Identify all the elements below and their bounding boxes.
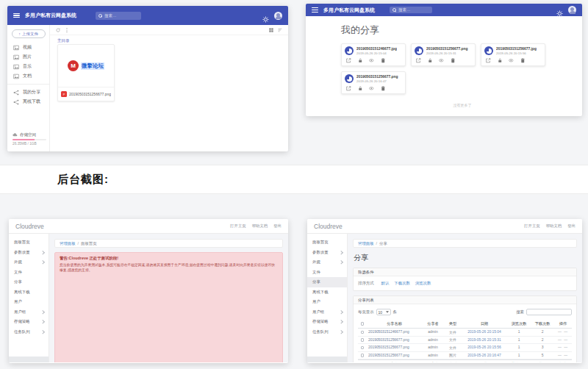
lock-icon[interactable] — [358, 58, 363, 63]
admin-sidebar-item[interactable]: 文件 — [9, 268, 49, 278]
eye-icon[interactable] — [509, 58, 514, 63]
sidebar-item-feature[interactable]: 离线下载 — [7, 97, 49, 107]
column-header[interactable]: 浏览次数 — [507, 321, 531, 326]
admin-sidebar-item[interactable]: 任务队列 — [9, 327, 49, 337]
table-row[interactable]: 20190503151256677.png admin 文件 2019-05-2… — [358, 344, 572, 352]
share-date: 2019-05-26 20:15:56 — [496, 51, 537, 55]
admin-sidebar-item[interactable]: 用户组 — [307, 307, 347, 318]
share-card[interactable]: 20190503151246677.jpg 2019-05-26 20:15:0… — [341, 43, 406, 66]
delete-icon[interactable] — [520, 58, 526, 63]
settings-gear-icon[interactable] — [556, 7, 563, 13]
more-vert-icon[interactable] — [65, 28, 69, 32]
cell-share-name[interactable]: 20190503151256677.png — [367, 345, 422, 349]
sort-icon[interactable] — [278, 28, 282, 32]
row-checkbox[interactable] — [361, 346, 365, 350]
open-link-icon[interactable] — [416, 58, 421, 63]
grid-view-icon[interactable] — [269, 28, 273, 32]
admin-sidebar-item[interactable]: 任务队列 — [307, 327, 347, 337]
admin-sidebar-item[interactable]: 参数设置 — [9, 248, 49, 258]
cell-share-name[interactable]: 20190503151256677.png — [367, 338, 422, 342]
cell-actions[interactable]: — — — [554, 345, 572, 349]
delete-icon[interactable] — [451, 58, 456, 63]
file-card[interactable]: M 微擎论坛 P 20190503151256677.png — [57, 44, 115, 101]
per-page-select[interactable]: 10 — [376, 309, 391, 315]
cell-actions[interactable]: — — — [554, 330, 572, 334]
column-header[interactable]: 下载次数 — [531, 321, 554, 326]
sidebar-item-category[interactable]: 音乐 — [7, 62, 49, 71]
share-card[interactable]: 20190503151256677.png 2019-05-26 20:15:3… — [411, 43, 476, 66]
avatar[interactable] — [568, 6, 576, 14]
admin-sidebar-item[interactable]: 外观 — [307, 257, 347, 268]
admin-sidebar-item[interactable]: 用户组 — [9, 307, 49, 318]
sidebar-item-category[interactable]: 文档 — [7, 71, 49, 81]
eye-icon[interactable] — [439, 58, 444, 63]
upload-button[interactable]: ↑ 上传文件 — [12, 29, 46, 38]
column-header[interactable]: 分享者 — [422, 321, 444, 326]
topnav-link[interactable]: 帮助文档 — [252, 223, 268, 229]
hamburger-icon[interactable] — [13, 13, 20, 18]
sidebar-item-category[interactable]: 图片 — [7, 52, 49, 62]
admin-sidebar-item[interactable]: 分享 — [9, 277, 49, 287]
admin-sidebar-item[interactable]: 面板首页 — [9, 237, 49, 248]
row-checkbox[interactable] — [361, 331, 365, 334]
topnav-link[interactable]: 登出 — [273, 223, 282, 229]
row-checkbox[interactable] — [361, 354, 365, 357]
admin-sidebar-item[interactable]: 外观 — [9, 257, 49, 268]
cell-share-name[interactable]: 20190503151256677.png — [367, 354, 422, 357]
settings-gear-icon[interactable] — [262, 12, 269, 19]
eye-icon[interactable] — [369, 86, 374, 91]
open-link-icon[interactable] — [486, 58, 491, 63]
share-card[interactable]: 20190503151256677.png 2019-05-26 20:16:4… — [341, 71, 406, 94]
row-checkbox[interactable] — [361, 338, 365, 342]
column-header[interactable]: 操作 — [554, 321, 572, 326]
admin-sidebar-item[interactable]: 用户 — [307, 297, 347, 307]
sort-option-link[interactable]: 下载次数 — [394, 281, 410, 286]
topnav-link[interactable]: 打开主页 — [230, 223, 246, 229]
breadcrumb-root[interactable]: 管理面板 — [358, 241, 374, 246]
refresh-icon[interactable] — [56, 28, 60, 32]
topnav-link[interactable]: 帮助文档 — [546, 223, 562, 229]
lock-icon[interactable] — [428, 58, 433, 63]
admin-sidebar-item[interactable]: 离线下载 — [307, 287, 347, 298]
admin-sidebar-item[interactable]: 参数设置 — [307, 248, 347, 258]
topnav-link[interactable]: 打开主页 — [524, 223, 540, 229]
open-link-icon[interactable] — [346, 86, 351, 91]
cell-share-name[interactable]: 20190503151246677.png — [367, 330, 422, 334]
delete-icon[interactable] — [381, 58, 386, 63]
sort-option-link[interactable]: 浏览次数 — [415, 281, 431, 286]
cell-actions[interactable]: — — — [554, 338, 572, 342]
delete-icon[interactable] — [381, 86, 386, 91]
column-header[interactable]: 类型 — [444, 321, 462, 326]
select-all-checkbox[interactable] — [361, 322, 365, 326]
avatar[interactable] — [274, 12, 282, 20]
search-input[interactable]: 搜索… — [96, 12, 141, 20]
eye-icon[interactable] — [369, 58, 374, 63]
topnav-link[interactable]: 登出 — [567, 223, 576, 229]
hamburger-icon[interactable] — [312, 7, 318, 12]
open-link-icon[interactable] — [346, 58, 351, 63]
admin-sidebar-item[interactable]: 存储策略 — [307, 317, 347, 327]
column-header[interactable]: 日期 — [462, 321, 507, 326]
lock-icon[interactable] — [498, 58, 503, 63]
breadcrumb: 管理面板 / 面板首页 — [54, 239, 283, 248]
table-row[interactable]: 20190503151256677.png admin 文件 2019-05-2… — [358, 337, 572, 345]
column-header[interactable]: 分享名称 — [367, 321, 422, 326]
search-input[interactable]: 搜索… — [390, 7, 432, 13]
lock-icon[interactable] — [358, 86, 363, 91]
admin-sidebar-item[interactable]: 离线下载 — [9, 287, 49, 298]
table-row[interactable]: 20190503151246677.png admin 文件 2019-05-2… — [358, 329, 572, 337]
admin-sidebar-item[interactable]: 用户 — [9, 297, 49, 307]
admin-sidebar-item[interactable]: 文件 — [307, 268, 347, 278]
breadcrumb[interactable]: 主目录 — [50, 35, 288, 43]
cell-actions[interactable]: — — — [554, 354, 572, 357]
table-search-input[interactable] — [526, 309, 572, 315]
table-row[interactable]: 20190503151256677.png admin 图片 2019-05-2… — [358, 352, 572, 360]
admin-sidebar-item[interactable]: 面板首页 — [307, 237, 347, 248]
sidebar-item-category[interactable]: 视频 — [7, 43, 49, 52]
admin-sidebar-item[interactable]: 存储策略 — [9, 317, 49, 327]
share-card[interactable]: 20190503151256677.jpg 2019-05-26 20:15:5… — [481, 43, 545, 66]
sort-option-link[interactable]: 默认 — [381, 281, 390, 286]
admin-sidebar-item[interactable]: 分享 — [307, 277, 347, 287]
breadcrumb-root[interactable]: 管理面板 — [60, 241, 76, 246]
sidebar-item-feature[interactable]: 我的分享 — [7, 87, 49, 97]
